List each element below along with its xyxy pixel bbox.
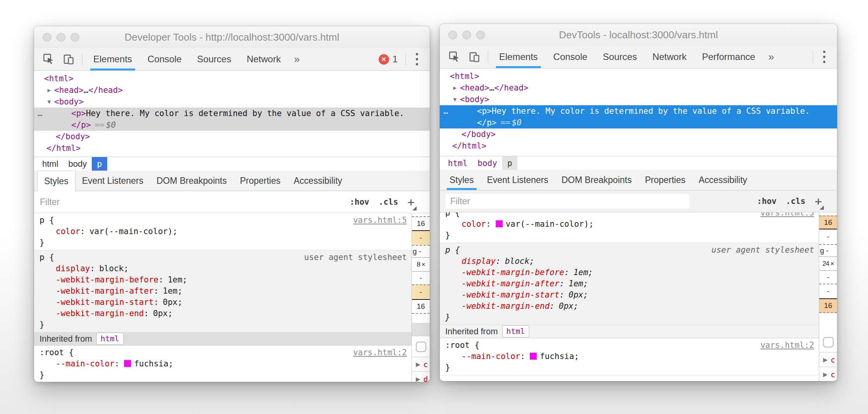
kebab-menu-icon[interactable] <box>409 48 425 70</box>
rule-selector[interactable]: :root { <box>445 340 813 351</box>
tab-properties[interactable]: Properties <box>233 171 287 191</box>
dom-node-body[interactable]: ▼<body> <box>34 96 430 108</box>
close-button[interactable] <box>448 31 457 39</box>
dom-node-p-selected[interactable]: …<p>Hey there. My color is determined by… <box>34 108 430 131</box>
show-all-checkbox[interactable] <box>416 342 426 352</box>
color-swatch[interactable] <box>530 352 537 360</box>
css-property[interactable]: --main-color:fuchsia; <box>445 351 813 362</box>
dom-node-html-close[interactable]: </html> <box>34 142 430 154</box>
css-property[interactable]: -webkit-margin-after:1em; <box>39 286 406 297</box>
box-model-content[interactable]: 24 × <box>819 257 837 270</box>
box-model-border[interactable]: - <box>412 284 430 299</box>
chevron-right-icon[interactable]: ▶ <box>450 82 460 94</box>
rule-selector[interactable]: p { <box>445 212 813 219</box>
chevron-down-icon[interactable]: ▼ <box>44 96 54 108</box>
computed-property-row[interactable]: ▶c <box>819 367 837 381</box>
box-model-margin-bottom[interactable]: 16 <box>819 298 837 313</box>
hover-state-button[interactable]: :hov <box>757 197 777 206</box>
breadcrumb-html[interactable]: html <box>37 157 63 171</box>
rule-selector[interactable]: p { <box>39 215 406 226</box>
css-property[interactable]: display:block; <box>445 256 813 267</box>
tab-properties[interactable]: Properties <box>638 170 692 190</box>
tab-network[interactable]: Network <box>239 48 288 70</box>
zoom-button[interactable] <box>476 31 485 39</box>
tab-styles[interactable]: Styles <box>443 170 480 190</box>
css-property[interactable]: display:block; <box>39 263 406 274</box>
box-model-border[interactable]: - <box>819 229 837 244</box>
css-property[interactable]: -webkit-margin-start:0px; <box>39 297 406 308</box>
chevron-down-icon[interactable]: ▼ <box>450 94 460 105</box>
source-link[interactable]: vars.html:2 <box>760 340 814 351</box>
css-property[interactable]: color:var(--main-color); <box>445 219 813 230</box>
box-model-padding[interactable]: g - <box>819 244 837 257</box>
error-count-badge[interactable]: ✕ 1 <box>374 48 402 70</box>
source-link[interactable]: vars.html:5 <box>760 212 814 219</box>
tab-styles[interactable]: Styles <box>37 171 75 191</box>
css-property[interactable]: -webkit-margin-end:0px; <box>445 301 813 312</box>
rule-selector[interactable]: :root { <box>39 347 406 358</box>
close-button[interactable] <box>43 33 51 42</box>
box-model-padding[interactable]: g - <box>412 245 430 257</box>
css-property[interactable]: -webkit-margin-start:0px; <box>445 289 813 301</box>
dom-node-html[interactable]: <html> <box>440 70 837 82</box>
tab-console[interactable]: Console <box>546 46 595 68</box>
dom-node-head[interactable]: ▶<head>…</head> <box>440 82 837 94</box>
filter-input[interactable]: Filter <box>40 197 60 207</box>
inherited-node-link[interactable]: html <box>502 325 529 337</box>
tab-elements[interactable]: Elements <box>491 46 546 68</box>
css-property[interactable]: -webkit-margin-after:1em; <box>445 278 813 289</box>
tab-performance[interactable]: Performance <box>694 46 763 68</box>
resize-corner-icon[interactable] <box>820 205 824 210</box>
css-property[interactable]: -webkit-margin-before:1em; <box>39 274 406 286</box>
tab-sources[interactable]: Sources <box>595 46 645 68</box>
tab-accessibility[interactable]: Accessibility <box>692 170 754 190</box>
more-tabs-icon[interactable]: » <box>763 46 780 68</box>
minimize-button[interactable] <box>462 31 471 39</box>
inspect-icon[interactable] <box>39 48 59 70</box>
tab-elements[interactable]: Elements <box>86 48 140 70</box>
titlebar[interactable]: Developer Tools - http://localhost:3000/… <box>34 26 430 48</box>
dom-node-html[interactable]: <html> <box>34 73 430 84</box>
color-swatch[interactable] <box>496 220 503 228</box>
zoom-button[interactable] <box>70 33 79 42</box>
box-model-content[interactable]: 8 × <box>412 257 430 271</box>
computed-property-row[interactable]: ▶c <box>819 352 837 367</box>
box-model-padding[interactable]: - <box>819 270 837 284</box>
box-model-margin-top[interactable]: 16 <box>819 216 837 229</box>
tab-event-listeners[interactable]: Event Listeners <box>75 171 150 191</box>
more-tabs-icon[interactable]: » <box>288 48 305 70</box>
resize-corner-icon[interactable] <box>412 206 417 210</box>
chevron-right-icon[interactable]: ▶ <box>44 84 54 96</box>
tab-network[interactable]: Network <box>645 46 694 68</box>
box-model-margin-top[interactable]: 16 <box>412 216 430 230</box>
box-model-margin-bottom[interactable]: 16 <box>412 299 430 314</box>
dom-node-body-close[interactable]: </body> <box>34 131 430 142</box>
device-toolbar-icon[interactable] <box>465 46 485 68</box>
css-property[interactable]: -webkit-margin-before:1em; <box>445 267 813 278</box>
filter-input[interactable]: Filter <box>446 194 690 209</box>
source-link[interactable]: vars.html:5 <box>353 215 407 226</box>
dom-node-body-close[interactable]: </body> <box>440 128 837 140</box>
hover-state-button[interactable]: :hov <box>350 197 369 207</box>
breadcrumb-html[interactable]: html <box>443 156 473 170</box>
class-toggle-button[interactable]: .cls <box>379 197 398 207</box>
inspect-icon[interactable] <box>444 46 465 68</box>
tab-dom-breakpoints[interactable]: DOM Breakpoints <box>150 171 233 191</box>
source-link[interactable]: vars.html:2 <box>353 347 407 358</box>
breadcrumb-body[interactable]: body <box>473 156 503 170</box>
box-model-border[interactable]: - <box>412 230 430 245</box>
inherited-node-link[interactable]: html <box>96 333 124 345</box>
computed-property-row[interactable]: ▶c <box>412 357 430 371</box>
tab-dom-breakpoints[interactable]: DOM Breakpoints <box>555 170 638 190</box>
titlebar[interactable]: DevTools - localhost:3000/vars.html <box>440 24 837 46</box>
breadcrumb-p-selected[interactable]: p <box>92 157 107 171</box>
dom-node-html-close[interactable]: </html> <box>440 140 837 152</box>
box-model-border[interactable]: - <box>819 284 837 298</box>
kebab-menu-icon[interactable] <box>816 46 832 68</box>
css-property[interactable]: --main-color:fuchsia; <box>39 358 406 370</box>
tab-event-listeners[interactable]: Event Listeners <box>480 170 555 190</box>
dom-node-body[interactable]: ▼<body> <box>440 94 837 105</box>
css-property[interactable]: color:var(--main-color); <box>39 226 406 237</box>
computed-property-row[interactable]: ▶d <box>412 371 430 382</box>
tab-console[interactable]: Console <box>140 48 189 70</box>
